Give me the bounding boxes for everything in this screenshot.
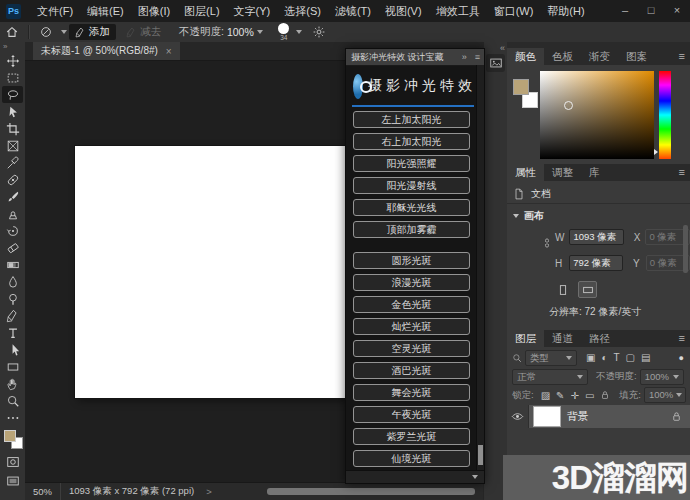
layer-thumbnail[interactable] bbox=[533, 406, 561, 427]
hand-tool[interactable] bbox=[2, 375, 23, 392]
eraser-tool[interactable] bbox=[2, 239, 23, 256]
effect-button[interactable]: 阳光漫射线 bbox=[353, 177, 470, 194]
panel-menu-icon[interactable]: ≡ bbox=[679, 166, 685, 178]
maximize-button[interactable]: □ bbox=[638, 0, 664, 21]
collapse-icon[interactable]: » bbox=[458, 52, 471, 62]
menu-item[interactable]: 增效工具 bbox=[429, 1, 487, 22]
height-field[interactable]: 792 像素 bbox=[569, 255, 623, 271]
close-button[interactable]: × bbox=[664, 0, 690, 21]
crop-tool[interactable] bbox=[2, 120, 23, 137]
color-tab[interactable]: 图案 bbox=[618, 48, 655, 65]
menu-item[interactable]: 滤镜(T) bbox=[328, 1, 378, 22]
layer-filter-dropdown[interactable]: 类型 bbox=[525, 350, 577, 366]
shape-tool[interactable] bbox=[2, 358, 23, 375]
scrollbar-thumb[interactable] bbox=[683, 225, 688, 273]
menu-item[interactable]: 图层(L) bbox=[177, 1, 226, 22]
blur-tool[interactable] bbox=[2, 273, 23, 290]
foreground-color-swatch[interactable] bbox=[4, 430, 16, 442]
chevron-down-icon[interactable] bbox=[257, 30, 263, 34]
effects-panel-title[interactable]: 摄影冲光特效 设计宝藏 bbox=[346, 51, 458, 64]
properties-tab[interactable]: 调整 bbox=[544, 164, 581, 181]
toolbar-expand-icon[interactable]: » bbox=[0, 42, 25, 52]
layers-tab[interactable]: 图层 bbox=[507, 330, 544, 347]
menu-item[interactable]: 选择(S) bbox=[277, 1, 328, 22]
filter-pixel-layer-icon[interactable]: ▣ bbox=[586, 352, 595, 363]
filter-toggle-icon[interactable]: ● bbox=[679, 353, 684, 363]
layer-entry[interactable]: 背景 bbox=[529, 405, 690, 428]
blend-mode-dropdown[interactable]: 正常 bbox=[512, 369, 588, 385]
healing-brush-tool[interactable] bbox=[2, 171, 23, 188]
edit-toolbar-button[interactable] bbox=[2, 409, 23, 426]
zoom-level-field[interactable]: 50% bbox=[25, 483, 61, 500]
brush-tool[interactable] bbox=[2, 188, 23, 205]
effects-vertical-scrollbar[interactable] bbox=[476, 65, 484, 471]
scrollbar-thumb[interactable] bbox=[478, 445, 483, 465]
effect-button[interactable]: 阳光强照耀 bbox=[353, 155, 470, 172]
layers-tab[interactable]: 通道 bbox=[544, 330, 581, 347]
menu-item[interactable]: 编辑(E) bbox=[80, 1, 131, 22]
panel-menu-icon[interactable]: ≡ bbox=[679, 50, 685, 62]
lock-image-icon[interactable]: ✎ bbox=[556, 390, 564, 401]
lock-position-icon[interactable]: ✛ bbox=[570, 390, 578, 401]
document-tab[interactable]: 未标题-1 @ 50%(RGB/8#) × bbox=[33, 42, 180, 60]
chevron-down-icon[interactable] bbox=[61, 30, 67, 34]
fill-dropdown[interactable]: 100% bbox=[644, 387, 686, 403]
subtract-mode-button[interactable]: 减去 bbox=[120, 24, 167, 40]
filter-type-layer-icon[interactable]: T bbox=[614, 352, 620, 363]
screen-mode-button[interactable] bbox=[2, 472, 23, 489]
expand-panels-icon[interactable]: « bbox=[500, 43, 505, 53]
saturation-brightness-field[interactable] bbox=[540, 71, 654, 159]
panel-menu-icon[interactable]: ≡ bbox=[679, 332, 685, 344]
color-swatches[interactable] bbox=[3, 429, 23, 449]
menu-item[interactable]: 视图(V) bbox=[378, 1, 429, 22]
effect-button[interactable]: 仙境光斑 bbox=[353, 450, 470, 467]
canvas[interactable] bbox=[75, 146, 347, 398]
effect-button[interactable]: 舞会光斑 bbox=[353, 384, 470, 401]
effect-button[interactable]: 灿烂光斑 bbox=[353, 318, 470, 335]
layer-visibility-cell[interactable] bbox=[507, 405, 529, 428]
section-collapse-icon[interactable] bbox=[513, 214, 519, 218]
color-swatches[interactable] bbox=[513, 79, 539, 109]
gear-icon[interactable] bbox=[312, 25, 326, 39]
effect-button[interactable]: 午夜光斑 bbox=[353, 406, 470, 423]
width-field[interactable]: 1093 像素 bbox=[569, 229, 623, 245]
filter-smart-object-icon[interactable]: ▤ bbox=[641, 352, 650, 363]
zoom-tool[interactable] bbox=[2, 392, 23, 409]
lock-artboard-icon[interactable]: ▭ bbox=[585, 390, 594, 401]
dodge-tool[interactable] bbox=[2, 290, 23, 307]
effect-button[interactable]: 左上加太阳光 bbox=[353, 111, 470, 128]
pen-tool[interactable] bbox=[2, 307, 23, 324]
collapsed-panel-icon[interactable] bbox=[486, 54, 505, 72]
opacity-value[interactable]: 100% bbox=[227, 26, 254, 38]
clone-stamp-tool[interactable] bbox=[2, 205, 23, 222]
chevron-down-icon[interactable] bbox=[296, 30, 302, 34]
gradient-tool[interactable] bbox=[2, 256, 23, 273]
home-icon[interactable] bbox=[5, 25, 19, 39]
filter-shape-layer-icon[interactable]: ▢ bbox=[626, 352, 635, 363]
effect-button[interactable]: 顶部加雾霾 bbox=[353, 221, 470, 238]
lock-all-icon[interactable] bbox=[600, 390, 610, 401]
layer-opacity-dropdown[interactable]: 100% bbox=[640, 369, 684, 385]
quick-mask-button[interactable] bbox=[2, 453, 23, 470]
effect-button[interactable]: 圆形光斑 bbox=[353, 252, 470, 269]
menu-item[interactable]: 图像(I) bbox=[131, 1, 177, 22]
effect-button[interactable]: 耶稣光光线 bbox=[353, 199, 470, 216]
effect-button[interactable]: 浪漫光斑 bbox=[353, 274, 470, 291]
minimize-button[interactable]: – bbox=[612, 0, 638, 21]
properties-tab[interactable]: 库 bbox=[581, 164, 608, 181]
status-expand-icon[interactable]: > bbox=[206, 486, 212, 497]
effect-button[interactable]: 金色光斑 bbox=[353, 296, 470, 313]
history-brush-tool[interactable] bbox=[2, 222, 23, 239]
marquee-tool[interactable] bbox=[2, 69, 23, 86]
path-selection-tool[interactable] bbox=[2, 341, 23, 358]
menu-item[interactable]: 文件(F) bbox=[30, 1, 80, 22]
effect-button[interactable]: 右上加太阳光 bbox=[353, 133, 470, 150]
menu-item[interactable]: 帮助(H) bbox=[540, 1, 591, 22]
effect-button[interactable]: 酒巴光斑 bbox=[353, 362, 470, 379]
properties-tab[interactable]: 属性 bbox=[507, 164, 544, 181]
hue-slider[interactable] bbox=[659, 71, 671, 159]
filter-adjustment-layer-icon[interactable]: ◐ bbox=[601, 352, 607, 363]
menu-item[interactable]: 窗口(W) bbox=[487, 1, 541, 22]
add-mode-button[interactable]: 添加 bbox=[69, 24, 116, 40]
landscape-orientation-button[interactable] bbox=[578, 281, 597, 298]
